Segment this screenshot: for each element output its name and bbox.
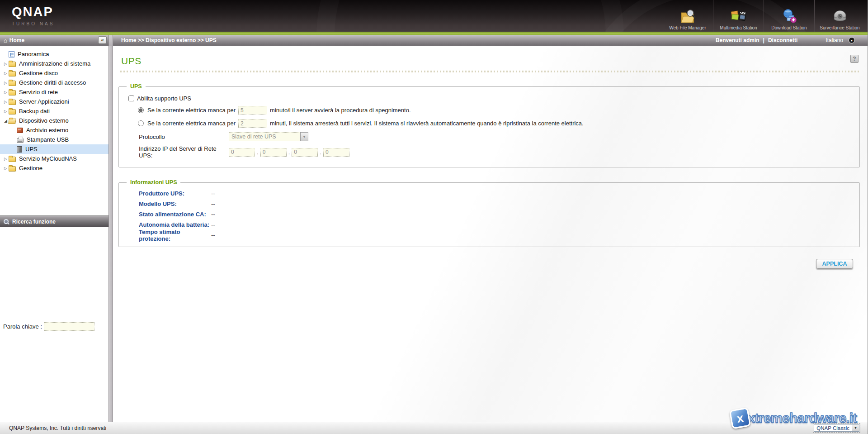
- info-row-manufacturer: Produttore UPS: --: [119, 188, 859, 199]
- protocol-select[interactable]: Slave di rete UPS ▼: [229, 132, 308, 141]
- bars-divider: [108, 35, 113, 46]
- info-row-battery-capacity: Autonomia della batteria: --: [119, 219, 859, 230]
- station-download-station[interactable]: Download Station: [764, 0, 814, 32]
- ip-octet-2-input[interactable]: [260, 148, 287, 157]
- shutdown-radio[interactable]: [138, 107, 144, 113]
- station-surveillance-station[interactable]: Surveillance Station: [814, 0, 865, 32]
- chevron-down-icon[interactable]: ▼: [852, 424, 859, 431]
- folder-icon: [9, 90, 16, 95]
- expand-arrow-icon[interactable]: [3, 109, 9, 114]
- ups-device-icon: [17, 146, 22, 153]
- sidebar-item-amministrazione-di-sistema[interactable]: Amministrazione di sistema: [0, 59, 108, 68]
- main-content: ? UPS UPS Abilita supporto UPS Se la cor…: [113, 46, 868, 422]
- folder-icon: [9, 166, 16, 172]
- welcome-text: Benvenuti admin: [716, 37, 760, 43]
- ip-octet-3-input[interactable]: [292, 148, 318, 157]
- language-label[interactable]: Italiano: [826, 37, 843, 43]
- sidebar-item-gestione-disco[interactable]: Gestione disco: [0, 68, 108, 78]
- station-web-file-manager[interactable]: Web File Manager: [662, 0, 713, 32]
- expand-arrow-icon[interactable]: [3, 157, 9, 161]
- ip-octet-1-input[interactable]: [229, 148, 255, 157]
- sidebar-item-gestione-diritti-di-accesso[interactable]: Gestione diritti di accesso: [0, 78, 108, 87]
- search-title: Ricerca funzione: [12, 219, 56, 225]
- ups-settings-legend: UPS: [127, 83, 146, 90]
- expand-arrow-icon[interactable]: [3, 71, 9, 76]
- station-multimedia-station[interactable]: Multimedia Station: [713, 0, 764, 32]
- ups-server-ip-row: Indirizzo IP del Server di Rete UPS: . .…: [119, 143, 859, 161]
- shutdown-minutes-input[interactable]: [238, 106, 267, 114]
- station-label: Surveillance Station: [820, 25, 859, 30]
- language-dropdown-icon[interactable]: ▼: [849, 37, 855, 43]
- sidebar-item-backup-dati[interactable]: Backup dati: [0, 106, 108, 116]
- home-icon: [4, 38, 7, 43]
- green-accent-line: [0, 32, 868, 35]
- protocol-row: Protocollo Slave di rete UPS ▼: [119, 130, 859, 143]
- folder-icon: [9, 71, 16, 76]
- copyright-text: QNAP Systems, Inc. Tutti i diritti riser…: [9, 425, 106, 431]
- keyword-label: Parola chiave :: [3, 323, 42, 330]
- folder-icon: [9, 62, 16, 67]
- apply-button[interactable]: APPLICA: [816, 259, 853, 269]
- ip-octet-4-input[interactable]: [323, 148, 349, 157]
- function-search-panel: Parola chiave :: [0, 227, 108, 422]
- overview-icon: [9, 51, 14, 57]
- footer: QNAP Systems, Inc. Tutti i diritti riser…: [0, 422, 868, 434]
- shutdown-option-row: Se la corrente elettrica manca per minut…: [119, 104, 859, 117]
- stop-services-radio[interactable]: [138, 120, 144, 126]
- expand-arrow-icon[interactable]: [3, 62, 9, 66]
- breadcrumb: Home >> Dispositivo esterno >> UPS: [121, 37, 217, 43]
- info-row-estimated-protection-time: Tempo stimato protezione: --: [119, 230, 859, 240]
- info-row-ac-status: Stato alimentazione CA: --: [119, 209, 859, 219]
- ups-info-legend: Informazioni UPS: [127, 179, 180, 186]
- logout-link[interactable]: Disconnetti: [768, 37, 797, 43]
- turbo-nas-subtitle: Turbo NAS: [12, 21, 54, 26]
- sidebar-collapse-button[interactable]: «: [98, 36, 107, 44]
- dotted-separator: [120, 71, 861, 72]
- download-station-icon: [781, 7, 798, 24]
- sidebar-item-ups[interactable]: UPS: [0, 144, 108, 154]
- navigation-tree: Panoramica Amministrazione di sistema Ge…: [0, 46, 108, 216]
- theme-name: QNAP Classic: [814, 425, 852, 431]
- external-storage-icon: [17, 128, 23, 133]
- sidebar-item-gestione[interactable]: Gestione: [0, 163, 108, 173]
- usb-printer-icon: [17, 138, 24, 143]
- body-row: Panoramica Amministrazione di sistema Ge…: [0, 46, 868, 422]
- sidebar-item-stampante-usb[interactable]: Stampante USB: [0, 135, 108, 144]
- enable-ups-checkbox[interactable]: [128, 95, 134, 101]
- sidebar-item-servizio-di-rete[interactable]: Servizio di rete: [0, 87, 108, 97]
- qnap-admin-screen: QNAP Turbo NAS Web File Manager: [0, 0, 868, 434]
- expand-arrow-icon[interactable]: [3, 81, 9, 85]
- expand-arrow-icon[interactable]: [3, 90, 9, 95]
- sidebar-item-servizio-mycloudnas[interactable]: Servizio MyCloudNAS: [0, 154, 108, 163]
- protocol-label: Protocollo: [139, 134, 229, 140]
- sidebar-item-panoramica[interactable]: Panoramica: [0, 49, 108, 59]
- sidebar: Panoramica Amministrazione di sistema Ge…: [0, 46, 108, 422]
- sidebar-content-divider: [108, 46, 113, 422]
- ups-settings-fieldset: UPS Abilita supporto UPS Se la corrente …: [118, 83, 860, 167]
- sidebar-title: Home: [9, 37, 24, 43]
- station-label: Multimedia Station: [720, 25, 757, 30]
- collapse-arrow-icon[interactable]: [3, 119, 9, 123]
- breadcrumb-bar: Home >> Dispositivo esterno >> UPS Benve…: [113, 35, 868, 46]
- help-icon[interactable]: ?: [850, 55, 859, 63]
- surveillance-station-icon: [831, 7, 849, 24]
- stop-services-minutes-input[interactable]: [238, 119, 267, 128]
- enable-ups-label: Abilita supporto UPS: [137, 95, 191, 102]
- keyword-input[interactable]: [44, 322, 94, 331]
- ip-label: Indirizzo IP del Server di Rete UPS:: [139, 145, 229, 159]
- sidebar-item-server-applicazioni[interactable]: Server Applicazioni: [0, 97, 108, 106]
- theme-selector[interactable]: QNAP Classic ▼: [813, 423, 860, 433]
- expand-arrow-icon[interactable]: [3, 166, 9, 171]
- sidebar-header: Home «: [0, 35, 108, 46]
- stop-services-option-row: Se la corrente elettrica manca per minut…: [119, 117, 859, 130]
- multimedia-station-icon: [730, 7, 747, 24]
- station-label: Download Station: [771, 25, 807, 30]
- qnap-logo: QNAP Turbo NAS: [0, 0, 54, 32]
- sidebar-item-archivio-esterno[interactable]: Archivio esterno: [0, 125, 108, 135]
- web-file-manager-icon: [679, 7, 696, 24]
- open-folder-icon: [8, 119, 16, 124]
- folder-icon: [9, 109, 16, 114]
- expand-arrow-icon[interactable]: [3, 100, 9, 104]
- separator: |: [763, 37, 764, 43]
- sidebar-item-dispositivo-esterno[interactable]: Dispositivo esterno: [0, 116, 108, 125]
